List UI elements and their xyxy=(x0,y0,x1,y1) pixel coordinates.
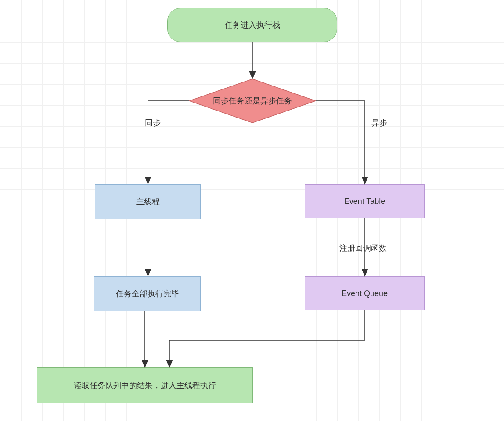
node-read-queue-label: 读取任务队列中的结果，进入主线程执行 xyxy=(74,380,216,391)
edge-label-register-callback: 注册回调函数 xyxy=(339,243,387,253)
edge-label-sync: 同步 xyxy=(145,118,161,128)
node-event-table: Event Table xyxy=(305,184,425,218)
node-all-done: 任务全部执行完毕 xyxy=(94,276,201,311)
node-start-label: 任务进入执行栈 xyxy=(225,20,280,30)
node-all-done-label: 任务全部执行完毕 xyxy=(116,289,179,299)
node-event-queue: Event Queue xyxy=(305,276,425,310)
node-event-table-label: Event Table xyxy=(344,197,385,206)
node-decision-label: 同步任务还是异步任务 xyxy=(213,96,292,106)
node-main-thread: 主线程 xyxy=(95,184,201,219)
edge-label-async: 异步 xyxy=(371,118,387,128)
node-read-queue: 读取任务队列中的结果，进入主线程执行 xyxy=(37,367,253,403)
node-decision: 同步任务还是异步任务 xyxy=(189,79,316,123)
connectors xyxy=(0,0,504,421)
node-event-queue-label: Event Queue xyxy=(342,289,388,298)
node-main-thread-label: 主线程 xyxy=(136,196,160,207)
node-start-terminal: 任务进入执行栈 xyxy=(167,8,337,42)
